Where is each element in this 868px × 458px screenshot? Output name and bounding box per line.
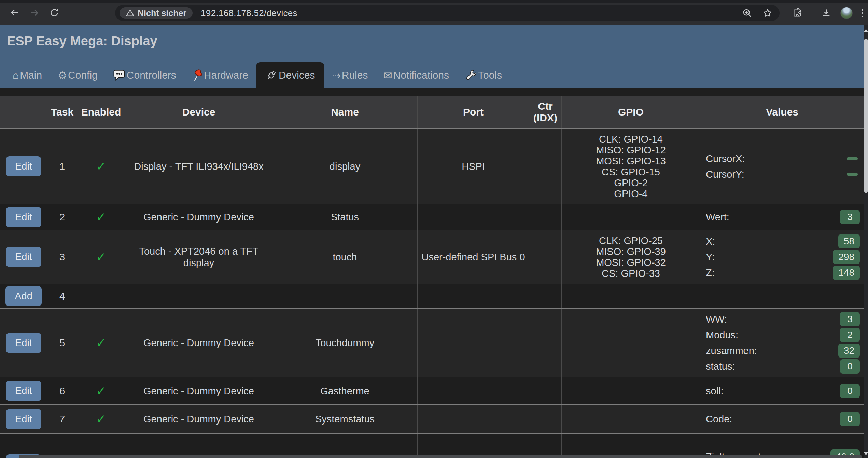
enabled-cell: ✓	[77, 434, 125, 458]
home-icon: ⌂	[13, 69, 19, 81]
tab-notifications[interactable]: ✉Notifications	[376, 62, 457, 88]
warning-icon	[126, 9, 135, 17]
enabled-check-icon: ✓	[96, 251, 106, 263]
value-badge: 0	[840, 359, 860, 374]
plug-icon	[265, 69, 278, 81]
edit-button[interactable]: Edit	[6, 207, 41, 227]
column-header: GPIO	[562, 96, 700, 128]
url-text[interactable]: 192.168.178.52/devices	[201, 8, 297, 18]
device-type: Display - TFT ILI934x/ILI948x	[125, 129, 272, 204]
extensions-icon[interactable]	[793, 8, 803, 18]
enabled-check-icon: ✓	[96, 211, 106, 223]
tab-hardware[interactable]: Hardware	[184, 62, 256, 88]
bookmark-star-icon[interactable]	[762, 8, 773, 18]
gpio-cell	[562, 204, 700, 230]
tab-rules[interactable]: ⇢Rules	[324, 62, 376, 88]
tab-config[interactable]: ⚙Config	[50, 62, 106, 88]
value-line: zusammen:32	[706, 343, 860, 359]
value-label: zusammen:	[706, 345, 757, 356]
port-cell: HSPI	[418, 129, 529, 204]
scroll-down-icon[interactable]	[864, 452, 868, 455]
value-label: Z:	[706, 267, 715, 279]
ctr-idx-cell	[529, 434, 562, 458]
table-row: Edit5✓Generic - Dummy DeviceTouchdummyWW…	[0, 308, 864, 377]
task-number: 6	[47, 377, 77, 404]
enabled-cell: ✓	[77, 405, 125, 433]
column-header: Ctr (IDX)	[529, 96, 562, 128]
column-header: Values	[700, 96, 864, 128]
profile-avatar[interactable]	[840, 7, 853, 19]
task-number: 4	[47, 284, 77, 308]
page-header: ESP Easy Mega: Display ⌂Main⚙ConfigContr…	[0, 25, 868, 88]
gpio-cell: CLK: GPIO-14MISO: GPIO-12MOSI: GPIO-13CS…	[562, 129, 700, 204]
device-type: Generic - Dummy Device	[125, 377, 272, 404]
url-bar[interactable]: Nicht sicher 192.168.178.52/devices	[115, 5, 780, 21]
tab-controllers[interactable]: Controllers	[106, 62, 184, 88]
action-cell: Edit	[0, 434, 47, 458]
tab-devices[interactable]: Devices	[256, 62, 324, 88]
empty-value-dash	[847, 173, 858, 176]
table-header-row: TaskEnabledDeviceNamePortCtr (IDX)GPIOVa…	[0, 96, 864, 128]
values-cell: Zieltemperatur:46.0Auslasstemperatur:40.…	[700, 434, 864, 458]
zoom-icon[interactable]	[742, 8, 752, 18]
scroll-up-icon[interactable]	[864, 29, 868, 32]
ctr-idx-cell	[529, 129, 562, 204]
browser-menu-icon[interactable]	[862, 9, 863, 17]
column-header: Task	[47, 96, 77, 128]
value-badge: 58	[838, 234, 860, 248]
port-cell	[418, 309, 529, 377]
column-header: Enabled	[77, 96, 125, 128]
value-label: soll:	[706, 385, 724, 397]
forward-icon[interactable]	[28, 6, 41, 19]
tab-tools[interactable]: Tools	[457, 62, 510, 88]
action-cell: Edit	[0, 377, 47, 404]
action-cell: Edit	[0, 204, 47, 230]
edit-button[interactable]: Edit	[6, 333, 41, 353]
security-label: Nicht sicher	[138, 8, 186, 18]
value-label: Y:	[706, 251, 715, 263]
column-header: Port	[418, 96, 529, 128]
value-line: soll:0	[706, 383, 860, 399]
gpio-cell	[562, 434, 700, 458]
vertical-scrollbar[interactable]	[864, 25, 868, 458]
gpio-cell	[562, 377, 700, 404]
gpio-lines: CLK: GPIO-14MISO: GPIO-12MOSI: GPIO-13CS…	[596, 134, 666, 199]
gpio-cell	[562, 405, 700, 433]
edit-button[interactable]: Edit	[6, 156, 41, 176]
device-type: Generic - Dummy Device	[125, 405, 272, 433]
device-type: Touch - XPT2046 on a TFT display	[125, 230, 272, 284]
vertical-scrollbar-thumb[interactable]	[864, 39, 868, 193]
tab-main[interactable]: ⌂Main	[5, 62, 50, 88]
ctr-idx-cell	[529, 284, 562, 308]
screen: Nicht sicher 192.168.178.52/devices	[0, 0, 868, 458]
value-badge: 0	[840, 412, 860, 426]
security-chip[interactable]: Nicht sicher	[120, 7, 193, 19]
page-title: ESP Easy Mega: Display	[7, 34, 157, 49]
value-label: CursorX:	[706, 153, 745, 164]
add-button[interactable]: Add	[5, 286, 42, 306]
table-row: Edit2✓Generic - Dummy DeviceStatusWert:3	[0, 204, 864, 230]
action-cell: Edit	[0, 129, 47, 204]
value-label: status:	[706, 361, 735, 372]
reload-icon[interactable]	[48, 6, 61, 19]
enabled-check-icon: ✓	[96, 413, 106, 425]
tab-label: Main	[20, 69, 42, 81]
device-name	[272, 434, 418, 458]
edit-button[interactable]: Edit	[6, 247, 41, 267]
gpio-cell	[562, 309, 700, 377]
value-badge: 3	[840, 312, 860, 326]
device-name: Gastherme	[272, 377, 418, 404]
back-icon[interactable]	[8, 6, 21, 19]
edit-button[interactable]: Edit	[6, 381, 41, 401]
table-row: Edit7✓Generic - Dummy DeviceSystemstatus…	[0, 404, 864, 433]
horizontal-scrollbar-thumb[interactable]	[19, 455, 862, 458]
values-cell: WW:3Modus:2zusammen:32status:0	[700, 309, 864, 377]
rules-arrow-icon: ⇢	[332, 69, 341, 81]
device-type: Generic - Dummy Device	[125, 204, 272, 230]
values-cell	[700, 284, 864, 308]
port-cell	[418, 284, 529, 308]
table-row: Add4	[0, 284, 864, 308]
value-label: CursorY:	[706, 169, 744, 180]
download-icon[interactable]	[821, 8, 831, 18]
edit-button[interactable]: Edit	[6, 409, 41, 429]
